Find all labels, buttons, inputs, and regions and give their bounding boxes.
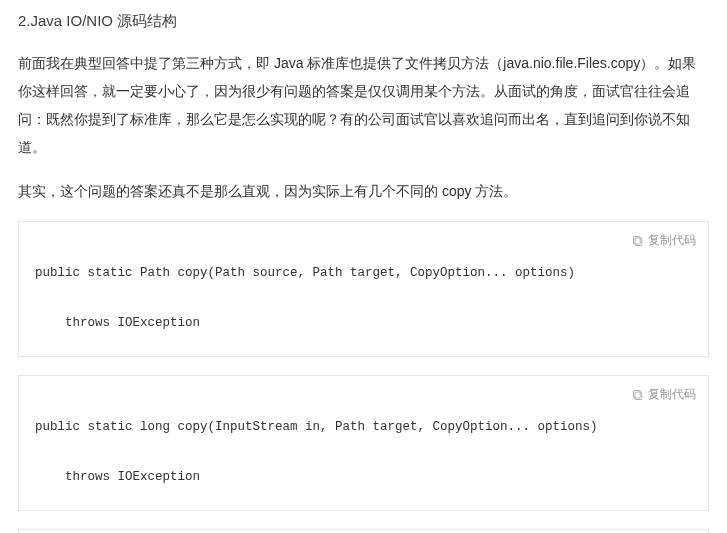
- copy-icon: [632, 235, 644, 247]
- paragraph-1: 前面我在典型回答中提了第三种方式，即 Java 标准库也提供了文件拷贝方法（ja…: [18, 49, 709, 161]
- copy-icon: [632, 389, 644, 401]
- code-block-3: 复制代码 public static long copy(Path source…: [18, 529, 709, 533]
- section-heading: 2.Java IO/NIO 源码结构: [18, 12, 709, 31]
- code-content-2: public static long copy(InputStream in, …: [35, 390, 692, 490]
- copy-label-text: 复制代码: [648, 386, 696, 403]
- code-block-1: 复制代码 public static Path copy(Path source…: [18, 221, 709, 357]
- code-content-1: public static Path copy(Path source, Pat…: [35, 236, 692, 336]
- copy-button-2[interactable]: 复制代码: [632, 386, 696, 403]
- code-block-2: 复制代码 public static long copy(InputStream…: [18, 375, 709, 511]
- paragraph-2: 其实，这个问题的答案还真不是那么直观，因为实际上有几个不同的 copy 方法。: [18, 177, 709, 205]
- copy-button-1[interactable]: 复制代码: [632, 232, 696, 249]
- copy-label-text: 复制代码: [648, 232, 696, 249]
